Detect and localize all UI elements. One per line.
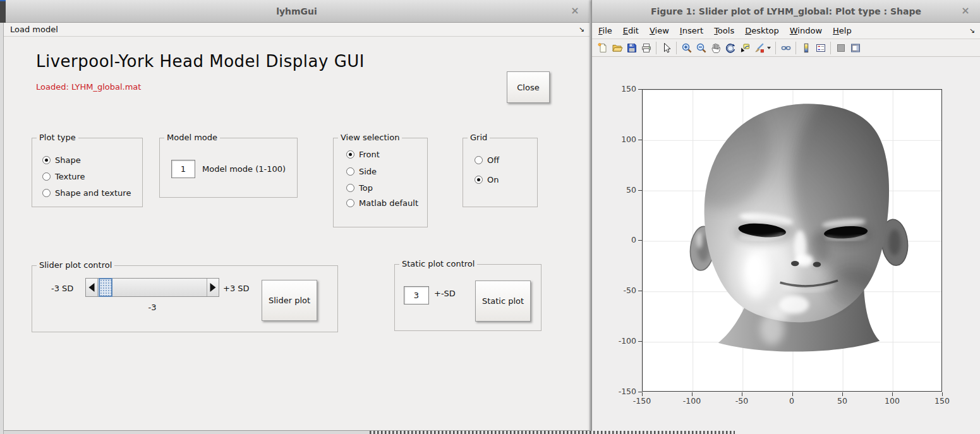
- radio-button-icon: [475, 156, 483, 164]
- edit-plot-icon[interactable]: [659, 41, 674, 55]
- figure-canvas: 150 100 50 0 -50 -100 -150 -150 -100 -50…: [592, 57, 980, 434]
- radio-button-icon: [475, 176, 483, 184]
- lyhm-titlebar: lyhmGui ×: [4, 0, 590, 23]
- radio-button-icon: [42, 189, 51, 197]
- lyhm-window-title: lyhmGui: [276, 6, 317, 16]
- sd-slider[interactable]: [85, 278, 219, 297]
- radio-shape[interactable]: Shape: [42, 155, 81, 165]
- radio-label: Top: [359, 183, 373, 193]
- toolbar-separator: [775, 42, 776, 54]
- toolbar-separator: [830, 42, 831, 54]
- radio-button-icon: [346, 199, 354, 207]
- slider-plot-control-panel: Slider plot control -3 SD +3 SD -3 Slide…: [32, 265, 338, 332]
- y-tick-label: -100: [606, 336, 636, 346]
- y-tick-label: -50: [606, 286, 636, 295]
- menu-desktop[interactable]: Desktop: [745, 26, 779, 35]
- slider-right-arrow-icon[interactable]: [207, 279, 219, 296]
- slider-max-label: +3 SD: [223, 284, 250, 293]
- menu-edit[interactable]: Edit: [623, 26, 639, 35]
- loaded-status-text: Loaded: LYHM_global.mat: [36, 82, 141, 92]
- static-plot-panel-title: Static plot control: [399, 259, 477, 268]
- close-window-button[interactable]: ×: [569, 4, 581, 17]
- brush-dropdown-arrow[interactable]: [767, 47, 771, 49]
- figure-window-title: Figure 1: Slider plot of LYHM_global: Pl…: [651, 6, 921, 16]
- slider-thumb[interactable]: [99, 278, 112, 297]
- open-file-icon[interactable]: [610, 41, 624, 55]
- menu-file[interactable]: File: [598, 26, 612, 35]
- toolbar-separator: [676, 42, 677, 54]
- head-model-render: [643, 90, 941, 391]
- insert-colorbar-icon[interactable]: [799, 41, 813, 55]
- radio-side[interactable]: Side: [346, 166, 377, 176]
- print-figure-icon[interactable]: [639, 41, 653, 55]
- lyhm-menubar: Load model ↘: [4, 23, 590, 37]
- plot-type-panel-title: Plot type: [37, 133, 78, 142]
- zoom-out-icon[interactable]: [694, 41, 708, 55]
- slider-left-arrow-icon[interactable]: [86, 279, 98, 296]
- hide-plot-tools-icon[interactable]: [833, 41, 848, 55]
- menu-insert[interactable]: Insert: [680, 26, 703, 35]
- radio-texture[interactable]: Texture: [42, 171, 85, 181]
- radio-button-icon: [346, 167, 354, 176]
- y-tick-label: -150: [606, 387, 636, 396]
- grid-panel: Grid Off On: [463, 138, 538, 207]
- model-mode-input[interactable]: [171, 160, 195, 178]
- save-figure-icon[interactable]: [624, 41, 639, 55]
- data-cursor-icon[interactable]: [737, 41, 752, 55]
- radio-label: Shape: [55, 155, 81, 165]
- close-figure-button[interactable]: ×: [959, 4, 972, 17]
- menu-overflow-icon[interactable]: ↘: [969, 27, 975, 35]
- y-tick-label: 100: [606, 135, 636, 144]
- figure-toolbar: [592, 39, 980, 57]
- x-tick-label: -100: [676, 396, 708, 406]
- radio-shape-and-texture[interactable]: Shape and texture: [42, 188, 131, 198]
- radio-label: Off: [487, 155, 499, 165]
- insert-legend-icon[interactable]: [813, 41, 828, 55]
- load-model-menu[interactable]: Load model: [10, 25, 58, 34]
- menu-tools[interactable]: Tools: [714, 26, 734, 35]
- menu-view[interactable]: View: [650, 26, 669, 35]
- radio-label: Matlab default: [359, 198, 418, 208]
- zoom-in-icon[interactable]: [679, 41, 694, 55]
- menu-help[interactable]: Help: [833, 26, 852, 35]
- close-button[interactable]: Close: [507, 71, 550, 103]
- x-tick-label: 150: [926, 396, 958, 406]
- model-mode-panel-title: Model mode: [164, 133, 220, 142]
- x-tick-label: 100: [876, 396, 908, 406]
- static-plot-button[interactable]: Static plot: [475, 280, 531, 322]
- model-mode-panel: Model mode Model mode (1-100): [159, 138, 298, 198]
- show-plot-tools-icon[interactable]: [848, 41, 862, 55]
- brush-icon[interactable]: [752, 41, 766, 55]
- radio-label: Texture: [55, 172, 85, 181]
- radio-button-icon: [346, 150, 354, 159]
- y-tick-label: 50: [606, 185, 636, 195]
- figure-titlebar: Figure 1: Slider plot of LYHM_global: Pl…: [592, 0, 980, 23]
- radio-front[interactable]: Front: [346, 149, 380, 159]
- radio-grid-off[interactable]: Off: [475, 155, 499, 165]
- radio-matlab-default[interactable]: Matlab default: [346, 198, 418, 208]
- radio-label: Shape and texture: [55, 188, 131, 198]
- radio-top[interactable]: Top: [346, 183, 373, 193]
- rotate-3d-icon[interactable]: [723, 41, 737, 55]
- slider-plot-button[interactable]: Slider plot: [262, 280, 317, 321]
- plot-type-panel: Plot type Shape Texture Shape and textur…: [32, 138, 143, 207]
- slider-track[interactable]: [98, 279, 207, 296]
- radio-grid-on[interactable]: On: [475, 174, 499, 184]
- radio-button-icon: [346, 184, 354, 192]
- view-selection-panel-title: View selection: [338, 133, 402, 142]
- background-window-sliver: [0, 0, 6, 23]
- menu-window[interactable]: Window: [790, 26, 822, 35]
- static-sd-input[interactable]: [404, 286, 429, 304]
- pan-icon[interactable]: [708, 41, 723, 55]
- x-tick-label: -150: [626, 396, 658, 406]
- radio-label: On: [487, 175, 499, 184]
- menu-overflow-icon[interactable]: ↘: [579, 25, 584, 33]
- figure-window: Figure 1: Slider plot of LYHM_global: Pl…: [591, 0, 980, 434]
- model-mode-label: Model mode (1-100): [202, 164, 286, 174]
- x-tick-label: 0: [776, 396, 808, 406]
- slider-value-label: -3: [85, 303, 219, 312]
- link-plot-icon[interactable]: [778, 41, 793, 55]
- new-figure-icon[interactable]: [595, 41, 610, 55]
- x-tick-label: -50: [726, 396, 758, 406]
- lyhm-gui-window: lyhmGui × Load model ↘ Liverpool-York He…: [4, 0, 590, 431]
